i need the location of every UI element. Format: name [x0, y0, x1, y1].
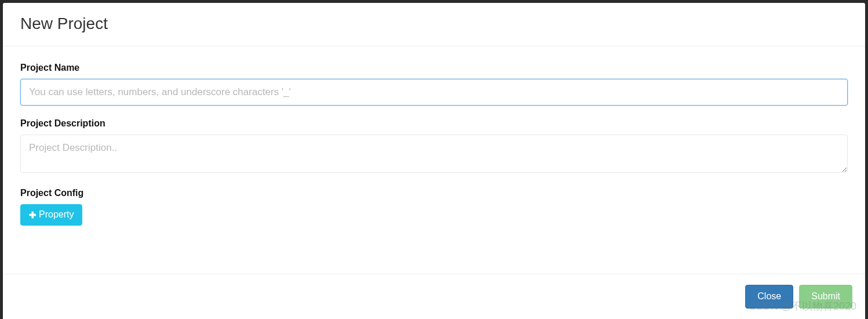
project-name-group: Project Name — [20, 63, 848, 106]
new-project-modal: New Project Project Name Project Descrip… — [3, 3, 865, 319]
plus-icon: ✚ — [29, 211, 37, 219]
project-name-input[interactable] — [20, 79, 848, 106]
project-description-label: Project Description — [20, 118, 848, 129]
modal-title: New Project — [20, 14, 848, 33]
project-name-label: Project Name — [20, 63, 848, 73]
project-config-label: Project Config — [20, 188, 848, 198]
submit-button[interactable]: Submit — [799, 285, 852, 309]
add-property-label: Property — [39, 209, 74, 221]
project-description-group: Project Description — [20, 118, 848, 175]
project-description-input[interactable] — [20, 135, 848, 173]
project-config-group: Project Config ✚ Property — [20, 188, 848, 226]
modal-footer: Close Submit — [3, 274, 865, 319]
modal-body: Project Name Project Description Project… — [3, 46, 865, 274]
add-property-button[interactable]: ✚ Property — [20, 204, 82, 226]
close-button[interactable]: Close — [745, 285, 793, 309]
modal-header: New Project — [3, 3, 865, 46]
